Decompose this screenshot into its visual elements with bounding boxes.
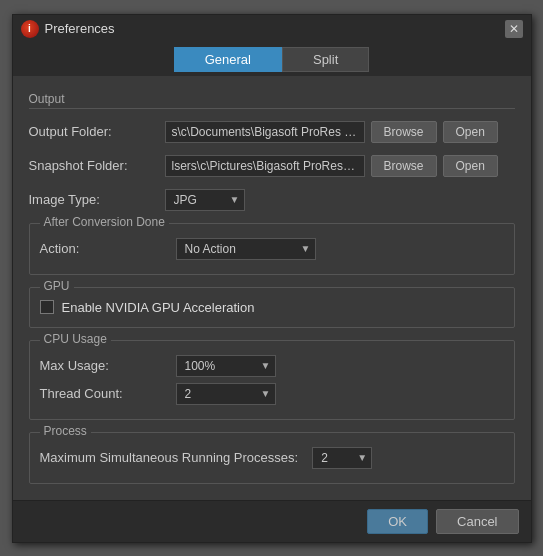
snapshot-folder-label: Snapshot Folder: — [29, 158, 159, 173]
max-processes-wrapper: 1 2 3 4 ▼ — [312, 447, 372, 469]
image-type-row: Image Type: JPG PNG BMP ▼ — [29, 189, 515, 211]
snapshot-folder-row: Snapshot Folder: lsers\c\Pictures\Bigaso… — [29, 155, 515, 177]
cpu-usage-section: CPU Usage Max Usage: 100% 75% 50% 25% ▼ … — [29, 340, 515, 420]
content-area: Output Output Folder: s\c\Documents\Biga… — [13, 76, 531, 500]
output-browse-button[interactable]: Browse — [371, 121, 437, 143]
footer: OK Cancel — [13, 500, 531, 542]
action-wrapper: No Action Shut Down Hibernate ▼ — [176, 238, 316, 260]
gpu-enable-label: Enable NVIDIA GPU Acceleration — [62, 300, 255, 315]
thread-count-wrapper: 1 2 4 8 ▼ — [176, 383, 276, 405]
output-section-header: Output — [29, 92, 515, 109]
max-processes-select[interactable]: 1 2 3 4 — [312, 447, 372, 469]
preferences-dialog: i Preferences ✕ General Split Output Out… — [12, 14, 532, 543]
output-folder-label: Output Folder: — [29, 124, 159, 139]
max-usage-row: Max Usage: 100% 75% 50% 25% ▼ — [40, 355, 504, 377]
image-type-wrapper: JPG PNG BMP ▼ — [165, 189, 245, 211]
snapshot-open-button[interactable]: Open — [443, 155, 498, 177]
image-type-select[interactable]: JPG PNG BMP — [165, 189, 245, 211]
titlebar-left: i Preferences — [21, 20, 115, 38]
max-usage-select[interactable]: 100% 75% 50% 25% — [176, 355, 276, 377]
action-label: Action: — [40, 241, 170, 256]
gpu-enable-checkbox[interactable] — [40, 300, 54, 314]
dialog-title: Preferences — [45, 21, 115, 36]
ok-button[interactable]: OK — [367, 509, 428, 534]
gpu-section-header: GPU — [40, 279, 74, 293]
output-open-button[interactable]: Open — [443, 121, 498, 143]
tabs-bar: General Split — [13, 43, 531, 76]
tab-split[interactable]: Split — [282, 47, 369, 72]
output-folder-value: s\c\Documents\Bigasoft ProRes Converter — [165, 121, 365, 143]
close-button[interactable]: ✕ — [505, 20, 523, 38]
max-usage-wrapper: 100% 75% 50% 25% ▼ — [176, 355, 276, 377]
action-row: Action: No Action Shut Down Hibernate ▼ — [40, 238, 504, 260]
cancel-button[interactable]: Cancel — [436, 509, 518, 534]
after-conversion-section: After Conversion Done Action: No Action … — [29, 223, 515, 275]
thread-count-select[interactable]: 1 2 4 8 — [176, 383, 276, 405]
app-icon: i — [21, 20, 39, 38]
process-section: Process Maximum Simultaneous Running Pro… — [29, 432, 515, 484]
cpu-usage-header: CPU Usage — [40, 332, 111, 346]
output-folder-row: Output Folder: s\c\Documents\Bigasoft Pr… — [29, 121, 515, 143]
process-section-header: Process — [40, 424, 91, 438]
thread-count-row: Thread Count: 1 2 4 8 ▼ — [40, 383, 504, 405]
max-processes-row: Maximum Simultaneous Running Processes: … — [40, 447, 504, 469]
after-conversion-header: After Conversion Done — [40, 215, 169, 229]
max-processes-label: Maximum Simultaneous Running Processes: — [40, 450, 299, 465]
snapshot-folder-value: lsers\c\Pictures\Bigasoft ProRes Convert… — [165, 155, 365, 177]
gpu-section: GPU Enable NVIDIA GPU Acceleration — [29, 287, 515, 328]
gpu-checkbox-row: Enable NVIDIA GPU Acceleration — [40, 300, 504, 315]
tab-general[interactable]: General — [174, 47, 282, 72]
action-select[interactable]: No Action Shut Down Hibernate — [176, 238, 316, 260]
image-type-label: Image Type: — [29, 192, 159, 207]
thread-count-label: Thread Count: — [40, 386, 170, 401]
snapshot-browse-button[interactable]: Browse — [371, 155, 437, 177]
titlebar: i Preferences ✕ — [13, 15, 531, 43]
max-usage-label: Max Usage: — [40, 358, 170, 373]
